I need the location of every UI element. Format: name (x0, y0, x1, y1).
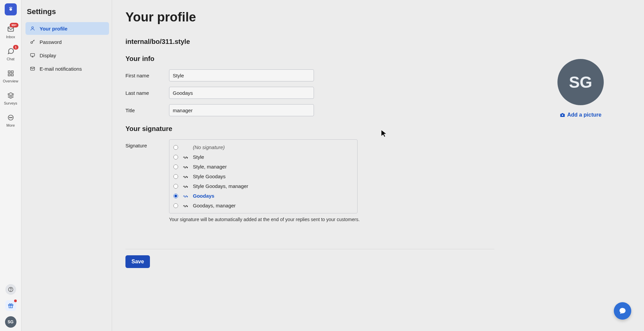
signature-option-label: Style Goodays, manager (193, 183, 248, 189)
last-name-label: Last name (125, 90, 169, 96)
svg-rect-5 (11, 74, 13, 76)
svg-point-9 (11, 117, 12, 118)
svg-rect-3 (11, 71, 13, 73)
signature-option[interactable]: Goodays (173, 191, 353, 201)
signature-heading: Your signature (125, 125, 624, 133)
surveys-icon (6, 91, 15, 100)
svg-rect-2 (8, 71, 10, 73)
chat-bubble-icon (619, 307, 627, 315)
user-avatar-button[interactable]: SG (5, 316, 16, 328)
main-content: Your profile internal/bo/311.style Your … (112, 0, 644, 331)
app-logo[interactable] (5, 3, 17, 15)
help-button[interactable] (5, 284, 16, 295)
rail-item-more[interactable]: More (0, 110, 21, 132)
info-heading: Your info (125, 55, 624, 63)
signature-glyph-icon (183, 203, 188, 208)
rail-item-label: Inbox (6, 35, 15, 39)
gift-icon (8, 303, 14, 309)
camera-icon (560, 112, 565, 118)
signature-glyph-icon (183, 174, 188, 179)
signature-option[interactable]: Style Goodays, manager (173, 181, 353, 191)
rail-item-overview[interactable]: Overview (0, 66, 21, 88)
svg-point-21 (562, 115, 563, 116)
rail-item-label: Surveys (4, 101, 17, 105)
signature-radio[interactable] (173, 184, 178, 189)
inbox-badge: 99+ (10, 23, 18, 27)
rail-item-surveys[interactable]: Surveys (0, 88, 21, 110)
signature-help-text: Your signature will be automatically add… (169, 217, 360, 222)
overview-icon (6, 69, 15, 78)
sidebar-item-label: Display (40, 53, 56, 58)
sidebar-item-label: Your profile (40, 26, 67, 31)
whats-new-button[interactable] (5, 300, 16, 311)
sidebar-item-password[interactable]: Password (25, 36, 109, 48)
signature-glyph-icon (183, 154, 188, 160)
signature-radio[interactable] (173, 145, 178, 150)
signature-option-label: Goodays, manager (193, 203, 236, 208)
svg-rect-4 (8, 74, 10, 76)
page-title: Your profile (125, 10, 624, 24)
signature-option-label: (No signature) (193, 144, 225, 150)
first-name-label: First name (125, 73, 169, 78)
signature-options: (No signature)StyleStyle, managerStyle G… (169, 139, 358, 213)
sidebar-item-label: E-mail notifications (40, 66, 82, 72)
signature-label: Signature (125, 139, 169, 148)
title-input[interactable] (169, 104, 314, 116)
svg-point-8 (10, 117, 11, 118)
signature-glyph-icon (183, 183, 188, 189)
signature-option-label: Style, manager (193, 164, 227, 170)
add-picture-button[interactable]: Add a picture (560, 112, 601, 118)
svg-point-15 (32, 27, 33, 28)
sidebar-item-your-profile[interactable]: Your profile (25, 22, 109, 35)
signature-radio[interactable] (173, 164, 178, 169)
signature-option[interactable]: Style Goodays (173, 172, 353, 181)
signature-radio[interactable] (173, 194, 178, 198)
section-divider (125, 249, 494, 249)
notification-dot (14, 300, 17, 302)
signature-option[interactable]: Goodays, manager (173, 201, 353, 210)
svg-point-11 (10, 290, 11, 291)
app-rail: 99+ Inbox 1 Chat Overview Surveys (0, 0, 21, 331)
monitor-icon (30, 52, 36, 58)
last-name-input[interactable] (169, 87, 314, 99)
logo-icon (8, 6, 14, 12)
profile-avatar: SG (557, 59, 604, 105)
add-picture-label: Add a picture (567, 112, 601, 118)
rail-item-inbox[interactable]: 99+ Inbox (0, 21, 21, 44)
signature-option-label: Goodays (193, 193, 214, 199)
rail-item-chat[interactable]: 1 Chat (0, 44, 21, 66)
save-button[interactable]: Save (125, 255, 150, 268)
sidebar-item-label: Password (40, 39, 62, 45)
first-name-input[interactable] (169, 69, 314, 81)
signature-radio[interactable] (173, 155, 178, 159)
signature-option-label: Style Goodays (193, 174, 226, 179)
avatar-panel: SG Add a picture (557, 59, 604, 119)
chat-badge: 1 (13, 45, 18, 50)
signature-glyph-icon (183, 164, 188, 170)
floating-help-button[interactable] (614, 302, 631, 320)
inbox-icon: 99+ (6, 25, 15, 34)
signature-option[interactable]: (No signature) (173, 142, 353, 152)
svg-rect-17 (31, 54, 35, 56)
chat-icon: 1 (6, 47, 15, 56)
title-label: Title (125, 108, 169, 113)
key-icon (30, 39, 36, 45)
signature-option[interactable]: Style, manager (173, 162, 353, 172)
signature-option-label: Style (193, 154, 204, 160)
settings-sidebar: Settings Your profile Password Display E… (21, 0, 112, 331)
sidebar-title: Settings (25, 6, 109, 22)
signature-option[interactable]: Style (173, 152, 353, 162)
help-icon (8, 287, 13, 292)
rail-item-label: More (6, 123, 15, 127)
svg-point-16 (31, 42, 33, 43)
rail-item-label: Overview (3, 79, 18, 83)
profile-subpath: internal/bo/311.style (125, 38, 624, 46)
signature-radio[interactable] (173, 203, 178, 208)
sidebar-item-email-notifications[interactable]: E-mail notifications (25, 62, 109, 75)
signature-glyph-icon (183, 193, 188, 199)
sidebar-item-display[interactable]: Display (25, 49, 109, 62)
more-icon (6, 113, 15, 122)
signature-radio[interactable] (173, 174, 178, 179)
mail-icon (30, 66, 36, 72)
svg-point-0 (9, 8, 12, 11)
